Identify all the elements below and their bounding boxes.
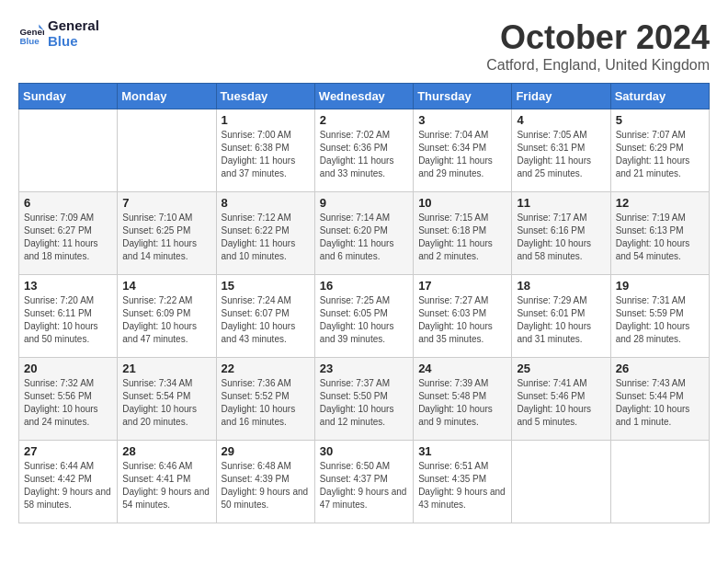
day-number: 14	[122, 279, 210, 293]
day-info: Sunrise: 7:17 AM Sunset: 6:16 PM Dayligh…	[517, 212, 605, 263]
location: Catford, England, United Kingdom	[486, 57, 710, 74]
calendar-cell: 2Sunrise: 7:02 AM Sunset: 6:36 PM Daylig…	[314, 109, 413, 192]
day-number: 24	[418, 362, 506, 375]
calendar-week-row: 27Sunrise: 6:44 AM Sunset: 4:42 PM Dayli…	[19, 441, 710, 523]
calendar-cell: 11Sunrise: 7:17 AM Sunset: 6:16 PM Dayli…	[512, 192, 610, 275]
calendar-week-row: 1Sunrise: 7:00 AM Sunset: 6:38 PM Daylig…	[19, 109, 710, 192]
calendar-cell: 14Sunrise: 7:22 AM Sunset: 6:09 PM Dayli…	[118, 275, 216, 358]
day-info: Sunrise: 7:10 AM Sunset: 6:25 PM Dayligh…	[122, 212, 210, 263]
day-number: 22	[222, 362, 310, 375]
day-number: 12	[616, 196, 704, 210]
calendar-cell: 30Sunrise: 6:50 AM Sunset: 4:37 PM Dayli…	[314, 441, 413, 523]
calendar-cell: 31Sunrise: 6:51 AM Sunset: 4:35 PM Dayli…	[414, 441, 512, 523]
weekday-header: Saturday	[610, 84, 709, 109]
calendar-cell: 26Sunrise: 7:43 AM Sunset: 5:44 PM Dayli…	[610, 358, 709, 441]
calendar-cell: 15Sunrise: 7:24 AM Sunset: 6:07 PM Dayli…	[216, 275, 314, 358]
weekday-header: Wednesday	[314, 84, 413, 109]
day-number: 13	[24, 279, 112, 293]
day-number: 2	[320, 113, 408, 127]
day-number: 10	[418, 196, 506, 210]
calendar-cell: 12Sunrise: 7:19 AM Sunset: 6:13 PM Dayli…	[610, 192, 709, 275]
day-info: Sunrise: 7:25 AM Sunset: 6:05 PM Dayligh…	[320, 294, 408, 346]
weekday-header: Tuesday	[216, 84, 314, 109]
calendar-cell: 27Sunrise: 6:44 AM Sunset: 4:42 PM Dayli…	[19, 441, 118, 523]
day-number: 30	[320, 444, 408, 458]
day-number: 26	[616, 362, 704, 375]
day-number: 8	[222, 196, 310, 210]
calendar-cell: 16Sunrise: 7:25 AM Sunset: 6:05 PM Dayli…	[314, 275, 413, 358]
calendar-cell: 9Sunrise: 7:14 AM Sunset: 6:20 PM Daylig…	[314, 192, 413, 275]
calendar-cell: 10Sunrise: 7:15 AM Sunset: 6:18 PM Dayli…	[414, 192, 512, 275]
calendar-cell	[118, 109, 216, 192]
day-number: 21	[122, 362, 210, 375]
day-info: Sunrise: 6:48 AM Sunset: 4:39 PM Dayligh…	[222, 460, 310, 511]
day-number: 27	[24, 444, 112, 458]
day-number: 6	[24, 196, 112, 210]
calendar-cell: 20Sunrise: 7:32 AM Sunset: 5:56 PM Dayli…	[19, 358, 118, 441]
calendar-cell: 29Sunrise: 6:48 AM Sunset: 4:39 PM Dayli…	[216, 441, 314, 523]
calendar-cell: 6Sunrise: 7:09 AM Sunset: 6:27 PM Daylig…	[19, 192, 118, 275]
calendar-cell: 13Sunrise: 7:20 AM Sunset: 6:11 PM Dayli…	[19, 275, 118, 358]
day-info: Sunrise: 7:37 AM Sunset: 5:50 PM Dayligh…	[320, 377, 408, 429]
day-number: 15	[222, 279, 310, 293]
day-number: 9	[320, 196, 408, 210]
calendar-cell: 4Sunrise: 7:05 AM Sunset: 6:31 PM Daylig…	[512, 109, 610, 192]
day-info: Sunrise: 7:09 AM Sunset: 6:27 PM Dayligh…	[24, 212, 112, 263]
calendar-cell	[19, 109, 118, 192]
logo: General Blue General Blue	[18, 18, 99, 49]
weekday-header-row: SundayMondayTuesdayWednesdayThursdayFrid…	[19, 84, 710, 109]
day-info: Sunrise: 7:32 AM Sunset: 5:56 PM Dayligh…	[24, 377, 112, 429]
page-header: General Blue General Blue October 2024 C…	[18, 18, 710, 74]
day-info: Sunrise: 7:04 AM Sunset: 6:34 PM Dayligh…	[418, 129, 506, 180]
day-number: 29	[222, 444, 310, 458]
day-info: Sunrise: 6:51 AM Sunset: 4:35 PM Dayligh…	[418, 460, 506, 511]
calendar-week-row: 20Sunrise: 7:32 AM Sunset: 5:56 PM Dayli…	[19, 358, 710, 441]
calendar-week-row: 13Sunrise: 7:20 AM Sunset: 6:11 PM Dayli…	[19, 275, 710, 358]
day-number: 7	[122, 196, 210, 210]
day-info: Sunrise: 6:50 AM Sunset: 4:37 PM Dayligh…	[320, 460, 408, 511]
day-number: 3	[418, 113, 506, 127]
day-info: Sunrise: 7:34 AM Sunset: 5:54 PM Dayligh…	[122, 377, 210, 429]
day-info: Sunrise: 7:27 AM Sunset: 6:03 PM Dayligh…	[418, 294, 506, 346]
calendar-cell: 18Sunrise: 7:29 AM Sunset: 6:01 PM Dayli…	[512, 275, 610, 358]
day-number: 19	[616, 279, 704, 293]
day-number: 16	[320, 279, 408, 293]
calendar-cell: 3Sunrise: 7:04 AM Sunset: 6:34 PM Daylig…	[414, 109, 512, 192]
calendar-cell: 22Sunrise: 7:36 AM Sunset: 5:52 PM Dayli…	[216, 358, 314, 441]
weekday-header: Monday	[118, 84, 216, 109]
day-info: Sunrise: 7:20 AM Sunset: 6:11 PM Dayligh…	[24, 294, 112, 346]
day-info: Sunrise: 7:39 AM Sunset: 5:48 PM Dayligh…	[418, 377, 506, 429]
calendar-cell: 25Sunrise: 7:41 AM Sunset: 5:46 PM Dayli…	[512, 358, 610, 441]
day-number: 25	[517, 362, 605, 375]
day-info: Sunrise: 7:31 AM Sunset: 5:59 PM Dayligh…	[616, 294, 704, 346]
calendar-cell	[512, 441, 610, 523]
day-number: 23	[320, 362, 408, 375]
day-info: Sunrise: 7:41 AM Sunset: 5:46 PM Dayligh…	[517, 377, 605, 429]
day-info: Sunrise: 7:24 AM Sunset: 6:07 PM Dayligh…	[222, 294, 310, 346]
svg-text:Blue: Blue	[19, 36, 40, 46]
calendar-cell: 24Sunrise: 7:39 AM Sunset: 5:48 PM Dayli…	[414, 358, 512, 441]
day-number: 5	[616, 113, 704, 127]
weekday-header: Thursday	[414, 84, 512, 109]
calendar: SundayMondayTuesdayWednesdayThursdayFrid…	[18, 83, 710, 523]
day-info: Sunrise: 7:12 AM Sunset: 6:22 PM Dayligh…	[222, 212, 310, 263]
calendar-cell: 21Sunrise: 7:34 AM Sunset: 5:54 PM Dayli…	[118, 358, 216, 441]
day-number: 4	[517, 113, 605, 127]
calendar-cell: 7Sunrise: 7:10 AM Sunset: 6:25 PM Daylig…	[118, 192, 216, 275]
day-info: Sunrise: 7:36 AM Sunset: 5:52 PM Dayligh…	[222, 377, 310, 429]
day-info: Sunrise: 7:05 AM Sunset: 6:31 PM Dayligh…	[517, 129, 605, 180]
day-number: 18	[517, 279, 605, 293]
calendar-cell: 17Sunrise: 7:27 AM Sunset: 6:03 PM Dayli…	[414, 275, 512, 358]
day-number: 17	[418, 279, 506, 293]
day-info: Sunrise: 7:43 AM Sunset: 5:44 PM Dayligh…	[616, 377, 704, 429]
day-info: Sunrise: 7:22 AM Sunset: 6:09 PM Dayligh…	[122, 294, 210, 346]
calendar-cell: 23Sunrise: 7:37 AM Sunset: 5:50 PM Dayli…	[314, 358, 413, 441]
calendar-cell: 8Sunrise: 7:12 AM Sunset: 6:22 PM Daylig…	[216, 192, 314, 275]
day-number: 11	[517, 196, 605, 210]
calendar-cell	[610, 441, 709, 523]
calendar-cell: 19Sunrise: 7:31 AM Sunset: 5:59 PM Dayli…	[610, 275, 709, 358]
calendar-cell: 1Sunrise: 7:00 AM Sunset: 6:38 PM Daylig…	[216, 109, 314, 192]
day-number: 31	[418, 444, 506, 458]
day-number: 20	[24, 362, 112, 375]
day-info: Sunrise: 7:00 AM Sunset: 6:38 PM Dayligh…	[222, 129, 310, 180]
